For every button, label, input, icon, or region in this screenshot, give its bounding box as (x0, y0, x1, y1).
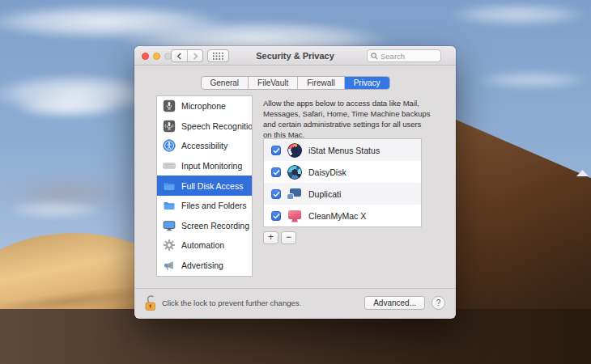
advanced-button[interactable]: Advanced... (364, 296, 425, 310)
app-name: DaisyDisk (308, 167, 347, 177)
security-privacy-window: Security & Privacy (134, 46, 456, 319)
list-edit-buttons: + − (263, 231, 296, 244)
app-checkbox[interactable] (271, 146, 281, 155)
footer-bar: Click the lock to prevent further change… (134, 288, 456, 319)
search-input[interactable] (381, 52, 437, 61)
sidebar-item-full-disk-access[interactable]: Full Disk Access (157, 176, 252, 196)
desktop-wallpaper: Security & Privacy (0, 0, 591, 364)
pane-description: Allow the apps below to access data like… (263, 98, 432, 140)
duplicati-icon (287, 187, 302, 201)
daisydisk-icon (287, 165, 302, 180)
sidebar-item-input-monitoring[interactable]: Input Monitoring (157, 156, 252, 176)
tab-general[interactable]: General (202, 77, 249, 89)
app-row-cleanmymac[interactable]: CleanMyMac X (264, 205, 421, 226)
folder-icon (163, 180, 176, 193)
unlocked-lock-icon[interactable] (143, 294, 159, 315)
search-icon (371, 53, 378, 60)
grid-icon (213, 53, 223, 60)
check-icon (273, 213, 280, 219)
tab-privacy[interactable]: Privacy (344, 77, 389, 89)
sidebar-item-label: Files and Folders (181, 201, 247, 210)
sidebar-item-label: Speech Recognition (181, 121, 253, 131)
sidebar-item-accessibility[interactable]: Accessibility (157, 136, 252, 156)
keyboard-icon (163, 159, 176, 172)
sidebar-item-label: Full Disk Access (181, 181, 243, 191)
tab-filevault[interactable]: FileVault (248, 77, 297, 89)
sidebar-item-label: Screen Recording (181, 221, 249, 231)
app-row-istat-menus[interactable]: iStat Menus Status (264, 139, 421, 161)
speech-recognition-icon (163, 120, 176, 133)
back-button[interactable] (172, 50, 187, 61)
app-row-daisydisk[interactable]: DaisyDisk (264, 161, 421, 183)
check-icon (273, 191, 280, 197)
privacy-category-list: Microphone Speech Recognition Accessibil… (156, 95, 253, 277)
cleanmymac-icon (287, 209, 302, 223)
app-checkbox[interactable] (271, 189, 281, 199)
app-checkbox[interactable] (271, 167, 281, 177)
cloud (476, 71, 589, 89)
sidebar-item-label: Automation (181, 240, 224, 250)
titlebar[interactable]: Security & Privacy (134, 46, 456, 66)
tab-firewall[interactable]: Firewall (297, 77, 343, 89)
remove-app-button[interactable]: − (281, 231, 296, 244)
app-name: iStat Menus Status (308, 146, 380, 155)
sidebar-item-screen-recording[interactable]: Screen Recording (157, 216, 252, 236)
show-all-button[interactable] (207, 49, 229, 62)
gear-icon (163, 239, 176, 252)
display-icon (163, 219, 176, 232)
sidebar-item-label: Accessibility (181, 141, 227, 150)
tab-bar: General FileVault Firewall Privacy (134, 76, 456, 90)
close-button[interactable] (142, 53, 149, 60)
sidebar-item-advertising[interactable]: Advertising (157, 256, 252, 276)
sidebar-item-files-and-folders[interactable]: Files and Folders (157, 196, 252, 216)
add-app-button[interactable]: + (263, 231, 278, 244)
sidebar-item-automation[interactable]: Automation (157, 235, 252, 256)
microphone-icon (163, 99, 176, 112)
app-name: Duplicati (308, 189, 341, 199)
forward-button-disabled (187, 50, 202, 61)
megaphone-icon (163, 259, 176, 272)
app-row-duplicati[interactable]: Duplicati (264, 183, 421, 205)
traffic-lights (142, 53, 172, 60)
istat-menus-icon (287, 143, 302, 158)
search-field[interactable] (367, 49, 441, 62)
sidebar-item-speech-recognition[interactable]: Speech Recognition (157, 116, 252, 137)
minimize-button[interactable] (153, 53, 160, 60)
app-name: CleanMyMac X (308, 211, 366, 221)
cloud (6, 201, 104, 218)
chevron-right-icon (193, 53, 198, 60)
sidebar-item-label: Input Monitoring (181, 161, 242, 171)
check-icon (273, 147, 280, 154)
cloud (15, 97, 120, 118)
accessibility-icon (163, 139, 176, 152)
sidebar-item-microphone[interactable]: Microphone (157, 96, 252, 116)
help-button[interactable]: ? (432, 296, 445, 310)
app-checkbox[interactable] (271, 211, 281, 221)
cloud (449, 3, 587, 26)
chevron-left-icon (176, 53, 182, 60)
check-icon (273, 169, 280, 176)
lock-hint-text: Click the lock to prevent further change… (162, 298, 301, 307)
sidebar-item-label: Microphone (181, 101, 226, 111)
allowed-apps-list: iStat Menus Status DaisyDisk Duplicati C… (263, 138, 422, 227)
folder-icon (163, 199, 176, 212)
nav-buttons (171, 49, 203, 62)
sidebar-item-label: Advertising (181, 260, 223, 270)
